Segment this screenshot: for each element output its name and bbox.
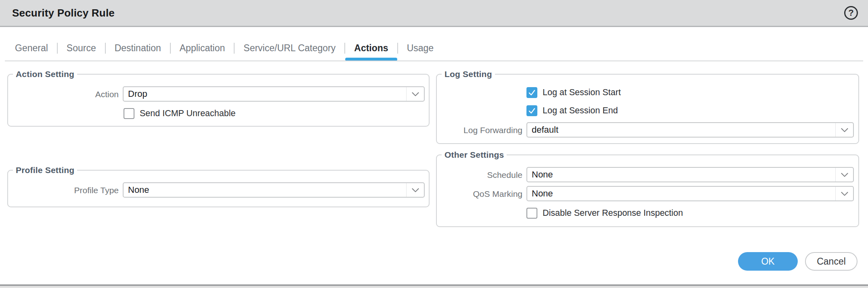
disable-server-response-inspection-checkbox[interactable]: Disable Server Response Inspection	[526, 208, 683, 219]
schedule-dropdown-value: None	[527, 168, 835, 182]
log-at-session-end-label: Log at Session End	[543, 106, 618, 116]
other-settings-legend: Other Settings	[442, 150, 507, 160]
checkbox-checked-icon	[526, 105, 537, 116]
log-forwarding-dropdown-value: default	[527, 123, 835, 137]
chevron-down-icon	[835, 123, 853, 137]
profile-setting-legend: Profile Setting	[13, 165, 77, 175]
qos-marking-label: QoS Marking	[441, 189, 522, 198]
log-at-session-start-checkbox[interactable]: Log at Session Start	[526, 87, 621, 98]
dialog-title: Security Policy Rule	[12, 0, 115, 26]
tab-source[interactable]: Source	[58, 38, 105, 58]
security-policy-rule-dialog: Security Policy Rule ? General Source De…	[0, 0, 868, 288]
dialog-titlebar: Security Policy Rule ?	[0, 0, 868, 27]
tab-application[interactable]: Application	[171, 38, 234, 58]
tab-general[interactable]: General	[6, 38, 57, 58]
qos-marking-dropdown-value: None	[527, 187, 835, 200]
log-at-session-start-label: Log at Session Start	[543, 88, 621, 98]
other-settings-group: Other Settings Schedule None QoS Marking…	[436, 154, 859, 227]
action-setting-legend: Action Setting	[13, 69, 77, 79]
chevron-down-icon	[406, 183, 424, 197]
chevron-down-icon	[835, 187, 853, 200]
checkbox-unchecked-icon	[526, 208, 537, 219]
qos-marking-dropdown[interactable]: None	[526, 186, 854, 201]
tab-bar: General Source Destination Application S…	[6, 38, 442, 58]
checkbox-unchecked-icon	[124, 108, 134, 119]
tab-service-url-category[interactable]: Service/URL Category	[235, 38, 344, 58]
log-forwarding-label: Log Forwarding	[441, 125, 522, 135]
tab-actions[interactable]: Actions	[345, 38, 397, 58]
tabbar-divider	[5, 61, 863, 61]
disable-server-response-inspection-label: Disable Server Response Inspection	[543, 208, 683, 218]
action-dropdown-value: Drop	[124, 87, 406, 101]
cancel-button[interactable]: Cancel	[805, 252, 858, 271]
action-setting-group: Action Setting Action Drop Send ICMP Unr…	[7, 74, 430, 127]
action-label: Action	[18, 90, 119, 99]
ok-button[interactable]: OK	[738, 252, 798, 271]
profile-type-dropdown-value: None	[124, 183, 406, 197]
profile-setting-group: Profile Setting Profile Type None	[7, 170, 430, 207]
schedule-label: Schedule	[441, 170, 522, 179]
log-forwarding-dropdown[interactable]: default	[526, 122, 854, 138]
profile-type-label: Profile Type	[18, 186, 119, 195]
profile-type-dropdown[interactable]: None	[123, 182, 425, 198]
chevron-down-icon	[835, 168, 853, 182]
chevron-down-icon	[406, 87, 424, 101]
send-icmp-unreachable-checkbox[interactable]: Send ICMP Unreachable	[124, 108, 235, 119]
tab-destination[interactable]: Destination	[106, 38, 170, 58]
page-edge	[0, 286, 868, 288]
send-icmp-unreachable-label: Send ICMP Unreachable	[140, 109, 235, 119]
log-at-session-end-checkbox[interactable]: Log at Session End	[526, 105, 618, 116]
log-setting-legend: Log Setting	[442, 69, 495, 79]
schedule-dropdown[interactable]: None	[526, 167, 854, 182]
help-icon[interactable]: ?	[844, 6, 858, 20]
action-dropdown[interactable]: Drop	[123, 86, 425, 102]
checkbox-checked-icon	[526, 87, 537, 98]
tab-usage[interactable]: Usage	[398, 38, 442, 58]
log-setting-group: Log Setting Log at Session Start Log at …	[436, 74, 859, 144]
